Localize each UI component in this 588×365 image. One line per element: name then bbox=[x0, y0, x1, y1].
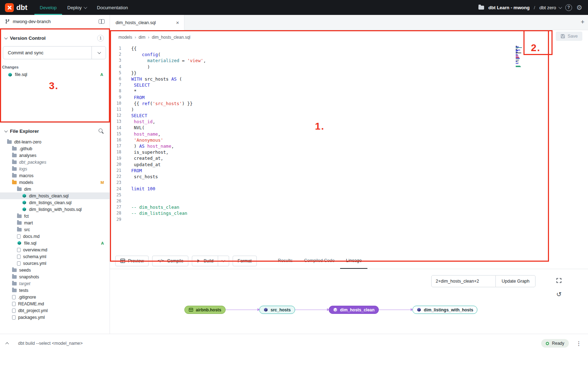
save-button[interactable]: Save bbox=[556, 32, 583, 41]
tree-item-overview.md[interactable]: overview.md bbox=[0, 246, 110, 253]
tab-results[interactable]: Results bbox=[272, 253, 299, 269]
ready-dot-icon bbox=[546, 342, 549, 345]
breadcrumb-item[interactable]: models bbox=[118, 35, 132, 40]
expand-console-icon[interactable] bbox=[5, 342, 9, 345]
code-line[interactable]: host_id, bbox=[131, 119, 588, 125]
line-number: 29 bbox=[110, 217, 121, 223]
version-control-header[interactable]: Version Control 1 bbox=[0, 33, 110, 43]
tab-compiled-code[interactable]: Compiled Code bbox=[298, 253, 340, 269]
tab-lineage[interactable]: Lineage bbox=[340, 253, 367, 269]
fullscreen-icon[interactable] bbox=[554, 276, 564, 285]
tree-item-sources.yml[interactable]: sources.yml bbox=[0, 260, 110, 267]
code-line[interactable]: * bbox=[131, 88, 588, 94]
code-area[interactable]: {{ config( materialized = 'view', )}}WIT… bbox=[131, 45, 588, 253]
code-line[interactable]: FROM bbox=[131, 168, 588, 174]
editor-tab[interactable]: dim_hosts_clean.sql × bbox=[110, 15, 184, 30]
code-line[interactable] bbox=[131, 198, 588, 204]
code-line[interactable]: limit 100 bbox=[131, 186, 588, 192]
code-line[interactable]: ) bbox=[131, 107, 588, 113]
tree-item-seeds[interactable]: seeds bbox=[0, 267, 110, 273]
new-tab-icon[interactable]: + bbox=[581, 18, 584, 26]
tree-item-file.sql[interactable]: file.sqlA bbox=[0, 240, 110, 246]
tree-item-src[interactable]: src bbox=[0, 226, 110, 233]
changed-file-row[interactable]: file.sqlA bbox=[0, 71, 110, 78]
lineage-panel: Update Graph ↺ airbnb.hostssrc_hostsdim_… bbox=[110, 269, 588, 334]
lineage-node-src_hosts[interactable]: src_hosts bbox=[259, 306, 295, 314]
code-line[interactable]: FROM bbox=[131, 94, 588, 100]
lineage-node-dim_hosts_clean[interactable]: dim_hosts_clean bbox=[329, 306, 379, 314]
update-graph-button[interactable]: Update Graph bbox=[496, 275, 536, 287]
code-line[interactable] bbox=[131, 192, 588, 198]
nav-item-documentation[interactable]: Documentation bbox=[91, 0, 133, 15]
code-line[interactable]: SELECT bbox=[131, 82, 588, 88]
tree-item-fct[interactable]: fct bbox=[0, 213, 110, 219]
kebab-menu-icon[interactable]: ⋮ bbox=[576, 340, 582, 347]
code-line[interactable]: }} bbox=[131, 70, 588, 76]
tree-item-logs[interactable]: logs bbox=[0, 165, 110, 172]
code-line[interactable]: ) AS host_name, bbox=[131, 143, 588, 149]
code-line[interactable]: -- dim_hosts_clean bbox=[131, 204, 588, 210]
code-line[interactable]: NVL( bbox=[131, 125, 588, 131]
tree-item-mart[interactable]: mart bbox=[0, 219, 110, 226]
compile-button[interactable]: </>Compile bbox=[152, 256, 188, 266]
format-button[interactable]: Format bbox=[233, 256, 257, 266]
account-name[interactable]: dbt Learn - mwong bbox=[488, 5, 529, 10]
help-icon[interactable]: ? bbox=[565, 4, 572, 11]
tree-item-docs.md[interactable]: docs.md bbox=[0, 233, 110, 240]
breadcrumb-item[interactable]: dim_hosts_clean.sql bbox=[152, 35, 190, 40]
branch-name[interactable]: mwong-dev-branch bbox=[13, 19, 51, 24]
code-line[interactable]: is_superhost, bbox=[131, 149, 588, 155]
commit-and-sync-button[interactable]: Commit and sync bbox=[3, 46, 106, 59]
tree-item-tests[interactable]: tests bbox=[0, 287, 110, 294]
tree-item-.gitignore[interactable]: .gitignore bbox=[0, 294, 110, 300]
lineage-selector-input[interactable] bbox=[431, 275, 496, 287]
nav-item-deploy[interactable]: Deploy bbox=[62, 0, 91, 15]
tree-item-.github[interactable]: .github bbox=[0, 145, 110, 152]
gear-icon[interactable]: ⚙ bbox=[576, 4, 582, 11]
code-line[interactable]: {{ ref('src_hosts') }} bbox=[131, 100, 588, 107]
tree-item-target[interactable]: target bbox=[0, 280, 110, 287]
nav-item-develop[interactable]: Develop bbox=[34, 0, 62, 15]
dbt-logo[interactable]: dbt bbox=[5, 0, 27, 15]
code-line[interactable]: SELECT bbox=[131, 113, 588, 119]
code-line[interactable]: updated_at bbox=[131, 162, 588, 168]
search-icon[interactable] bbox=[99, 129, 104, 134]
build-button[interactable]: Build bbox=[192, 256, 229, 266]
tree-item-dim_listings_clean.sql[interactable]: dim_listings_clean.sql bbox=[0, 199, 110, 206]
tree-item-analyses[interactable]: analyses bbox=[0, 152, 110, 159]
build-options-chevron-icon[interactable] bbox=[222, 258, 225, 262]
tree-item-dim_hosts_clean.sql[interactable]: dim_hosts_clean.sql bbox=[0, 192, 110, 199]
tree-item-dbt_project.yml[interactable]: dbt_project.yml bbox=[0, 307, 110, 314]
tree-item-README.md[interactable]: README.md bbox=[0, 300, 110, 307]
lineage-node-dim_listings_with_hosts[interactable]: dim_listings_with_hosts bbox=[412, 306, 477, 314]
tree-item-macros[interactable]: macros bbox=[0, 172, 110, 179]
file-explorer-header[interactable]: File Explorer bbox=[0, 126, 110, 136]
preview-button[interactable]: Preview bbox=[115, 256, 149, 266]
code-line[interactable]: host_name, bbox=[131, 131, 588, 137]
split-view-icon[interactable] bbox=[99, 19, 105, 24]
git-branch-icon bbox=[5, 19, 10, 24]
code-editor[interactable]: 1234567891011121314151617181920212223242… bbox=[110, 44, 588, 253]
tree-item-schema.yml[interactable]: schema.yml bbox=[0, 253, 110, 260]
tree-item-dim[interactable]: dim bbox=[0, 186, 110, 192]
lineage-node-airbnb.hosts[interactable]: airbnb.hosts bbox=[184, 306, 226, 314]
tree-item-dbt_packages[interactable]: dbt_packages bbox=[0, 159, 110, 165]
code-line[interactable]: 'Anonymous' bbox=[131, 137, 588, 143]
tree-item-dbt-learn-zero[interactable]: dbt-learn-zero bbox=[0, 138, 110, 145]
code-line[interactable]: src_hosts bbox=[131, 174, 588, 180]
reset-view-icon[interactable]: ↺ bbox=[554, 289, 564, 299]
tree-item-models[interactable]: modelsM bbox=[0, 179, 110, 186]
tree-item-packages.yml[interactable]: packages.yml bbox=[0, 314, 110, 321]
code-line[interactable]: -- dim_listings_clean bbox=[131, 210, 588, 216]
tree-item-snapshots[interactable]: snapshots bbox=[0, 273, 110, 280]
close-tab-icon[interactable]: × bbox=[176, 20, 179, 26]
code-line[interactable] bbox=[131, 216, 588, 222]
code-line[interactable]: WITH src_hosts AS ( bbox=[131, 76, 588, 82]
breadcrumb-item[interactable]: dim bbox=[139, 35, 145, 40]
code-line[interactable] bbox=[131, 180, 588, 186]
file-icon bbox=[12, 315, 16, 320]
tree-item-dim_listings_with_hosts.sql[interactable]: dim_listings_with_hosts.sql bbox=[0, 206, 110, 213]
commit-options-button[interactable] bbox=[91, 47, 106, 59]
project-selector[interactable]: dbt zero bbox=[539, 5, 561, 10]
code-line[interactable]: created_at, bbox=[131, 155, 588, 161]
